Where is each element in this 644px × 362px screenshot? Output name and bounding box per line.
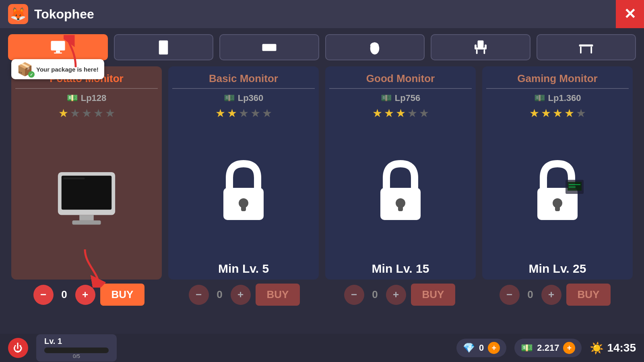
svg-point-5 [163,51,165,53]
svg-rect-32 [63,177,85,179]
minus-button-basic[interactable]: − [189,285,209,305]
svg-rect-21 [483,49,485,54]
cat-chair[interactable] [431,34,530,60]
power-button[interactable]: ⏻ [8,338,28,358]
header: 🦊 Tokophee ✕ [0,0,644,28]
svg-rect-0 [51,41,65,50]
gem-icon: 💎 [463,342,475,354]
bottom-controls: − 0 + BUY − 0 + BUY − 0 + BUY − 0 + BUY [0,280,644,310]
item-gaming-monitor: Gaming Monitor 💵 Lp1.360 ★ ★ ★ ★ ★ [482,66,633,280]
good-monitor-lock [329,126,472,258]
svg-rect-19 [475,47,486,49]
cat-desk[interactable] [537,34,636,60]
arrow-buy-icon [77,247,109,289]
gaming-monitor-lock [486,126,629,258]
item-price-basic: Lp360 [238,93,264,103]
qty-basic: 0 [214,288,226,301]
svg-rect-2 [54,52,62,53]
status-bar: ⏻ Lv. 1 0/5 💎 0 + 💵 2.217 + ☀️ 14:35 [0,334,644,362]
buy-button-gaming[interactable]: BUY [566,284,611,306]
ctrl-good: − 0 + BUY [325,284,474,306]
buy-button-good[interactable]: BUY [411,284,456,306]
svg-rect-22 [475,44,477,49]
qty-potato: 0 [58,288,70,301]
qty-gaming: 0 [524,288,537,301]
item-price-good: Lp756 [395,93,421,103]
close-button[interactable]: ✕ [616,0,644,28]
level-text: Lv. 1 [44,337,109,346]
item-name-basic: Basic Monitor [209,72,278,85]
item-good-monitor: Good Monitor 💵 Lp756 ★ ★ ★ ★ ★ Min Lv. 1… [325,66,476,280]
stars-good: ★ ★ ★ ★ ★ [372,107,429,120]
svg-rect-11 [273,45,275,47]
stars-potato: ★ ★ ★ ★ ★ [58,107,115,120]
xp-bar [44,348,109,353]
stars-gaming: ★ ★ ★ ★ ★ [529,107,586,120]
svg-rect-9 [267,45,269,47]
svg-rect-20 [476,49,478,54]
plus-button-basic[interactable]: + [231,285,251,305]
qty-good: 0 [369,288,381,301]
item-name-good: Good Monitor [366,72,435,85]
sun-icon: ☀️ [590,341,604,355]
app-title: Tokophee [34,7,94,22]
item-name-gaming: Gaming Monitor [517,72,597,85]
basic-monitor-lock [172,126,315,258]
app-logo: 🦊 [8,4,28,24]
svg-rect-30 [79,215,94,220]
buy-button-basic[interactable]: BUY [256,284,300,306]
money-value: 2.217 [537,343,559,353]
svg-rect-18 [477,40,483,47]
package-notification: 📦 ✓ Your package is here! [11,59,104,79]
svg-rect-4 [161,42,167,46]
plus-button-gaming[interactable]: + [541,285,561,305]
svg-rect-24 [579,44,593,46]
money-group: 💵 2.217 + [514,339,582,357]
cat-keyboard[interactable] [219,34,319,60]
svg-rect-29 [62,176,111,210]
cat-monitor[interactable] [8,34,108,60]
svg-rect-1 [56,50,60,52]
add-gems-button[interactable]: + [488,342,500,354]
item-price-gaming: Lp1.360 [548,93,581,103]
clock-group: ☀️ 14:35 [590,341,636,355]
svg-rect-13 [267,48,272,49]
svg-rect-6 [161,47,166,49]
gems-value: 0 [479,343,484,353]
svg-rect-38 [398,203,403,211]
svg-rect-35 [241,203,246,211]
svg-rect-14 [273,48,275,49]
money-icon: 💵 [521,342,533,354]
cat-pc[interactable] [114,34,214,60]
minus-button-potato[interactable]: − [33,285,54,305]
ctrl-gaming: − 0 + BUY [481,284,630,306]
svg-rect-26 [591,46,592,53]
time-text: 14:35 [607,341,636,354]
svg-rect-23 [485,44,487,49]
arrow-up-icon [64,35,88,73]
minus-button-gaming[interactable]: − [500,285,520,305]
cat-mouse[interactable] [325,34,425,60]
gems-group: 💎 0 + [456,339,506,357]
ctrl-basic: − 0 + BUY [170,284,319,306]
xp-text: 0/5 [44,353,109,359]
stars-basic: ★ ★ ★ ★ ★ [215,107,272,120]
level-section: Lv. 1 0/5 [36,334,117,362]
add-money-button[interactable]: + [563,342,575,354]
svg-rect-12 [264,48,266,49]
minus-button-good[interactable]: − [344,285,364,305]
svg-rect-7 [262,44,276,51]
plus-button-good[interactable]: + [386,285,406,305]
svg-rect-10 [270,45,272,47]
svg-rect-8 [264,45,266,47]
min-lv-good: Min Lv. 15 [372,262,429,276]
min-lv-gaming: Min Lv. 25 [529,262,586,276]
svg-rect-43 [568,182,582,191]
item-basic-monitor: Basic Monitor 💵 Lp360 ★ ★ ★ ★ ★ Min Lv. … [168,66,319,280]
svg-rect-41 [555,203,560,211]
item-price-potato: Lp128 [81,93,107,103]
svg-rect-31 [72,220,101,225]
min-lv-basic: Min Lv. 5 [218,262,269,276]
ctrl-potato: − 0 + BUY [14,284,163,306]
svg-rect-25 [580,46,582,53]
